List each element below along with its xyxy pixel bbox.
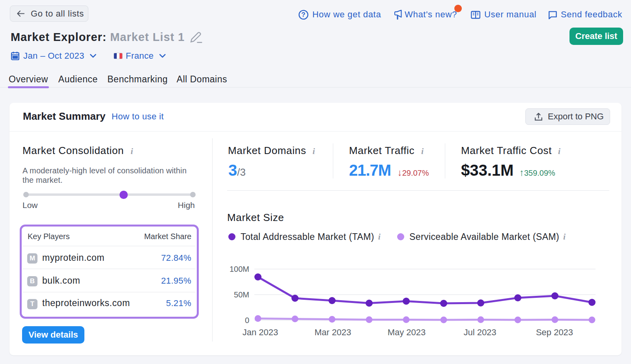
svg-text:Mar 2023: Mar 2023 <box>315 327 351 337</box>
svg-text:Jul 2023: Jul 2023 <box>463 327 496 337</box>
svg-text:Jan 2023: Jan 2023 <box>243 327 278 337</box>
svg-text:Sep 2023: Sep 2023 <box>536 327 573 337</box>
svg-text:0: 0 <box>245 316 249 325</box>
svg-text:May 2023: May 2023 <box>388 327 426 337</box>
svg-text:100M: 100M <box>230 265 249 273</box>
svg-text:50M: 50M <box>234 290 249 299</box>
svg-text:?: ? <box>301 11 306 18</box>
